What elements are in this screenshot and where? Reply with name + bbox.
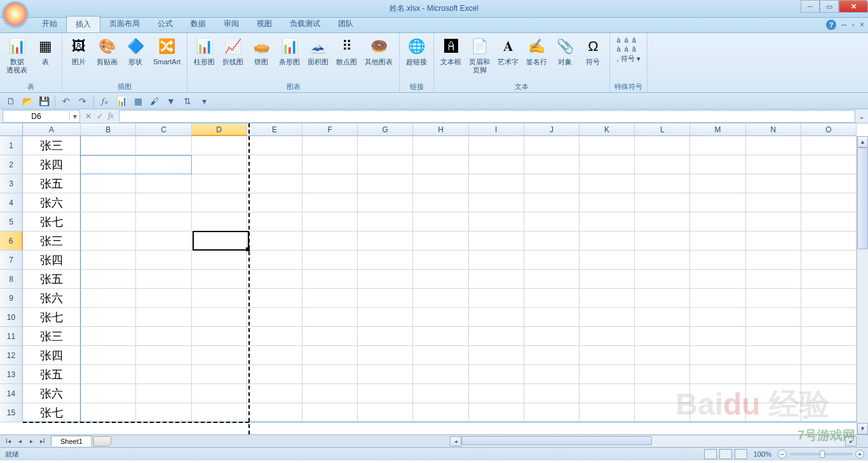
row-header-14[interactable]: 14 — [0, 384, 23, 403]
cell-L14[interactable] — [635, 384, 690, 403]
column-header-A[interactable]: A — [23, 123, 81, 136]
cell-J5[interactable] — [524, 212, 580, 232]
cell-J4[interactable] — [524, 193, 580, 212]
cell-K11[interactable] — [580, 327, 635, 346]
ribbon-折线图[interactable]: 📈折线图 — [220, 35, 246, 83]
cell-C10[interactable] — [136, 308, 191, 327]
cell-N12[interactable] — [746, 346, 801, 365]
row-header-3[interactable]: 3 — [0, 174, 23, 193]
cell-K13[interactable] — [580, 365, 635, 384]
ribbon-散点图[interactable]: ⠿散点图 — [334, 35, 360, 83]
cell-N1[interactable] — [746, 136, 801, 155]
column-header-O[interactable]: O — [801, 123, 857, 136]
cell-M10[interactable] — [690, 308, 745, 327]
row-header-9[interactable]: 9 — [0, 289, 23, 308]
cell-A1[interactable]: 张三 — [23, 136, 81, 155]
cell-O8[interactable] — [801, 270, 857, 289]
cell-D8[interactable] — [192, 270, 247, 289]
select-all-button[interactable] — [0, 123, 23, 136]
cell-F5[interactable] — [302, 212, 358, 232]
cell-H15[interactable] — [413, 403, 468, 422]
cell-M8[interactable] — [690, 270, 745, 289]
cell-C2[interactable] — [136, 155, 191, 174]
cell-H11[interactable] — [413, 327, 468, 346]
cell-G4[interactable] — [358, 193, 413, 212]
cell-B7[interactable] — [81, 251, 136, 270]
cell-D15[interactable] — [192, 403, 247, 422]
normal-view-icon[interactable] — [704, 449, 717, 459]
cell-L10[interactable] — [635, 308, 690, 327]
cell-G12[interactable] — [358, 346, 413, 365]
office-button[interactable] — [3, 1, 28, 27]
cell-D12[interactable] — [192, 346, 247, 365]
cell-K9[interactable] — [580, 289, 635, 308]
cell-I14[interactable] — [469, 384, 524, 403]
scroll-left-icon[interactable]: ◂ — [450, 436, 461, 446]
cell-L13[interactable] — [635, 365, 690, 384]
cell-M13[interactable] — [690, 365, 745, 384]
cell-D5[interactable] — [192, 212, 247, 232]
cell-L11[interactable] — [635, 327, 690, 346]
column-header-F[interactable]: F — [302, 123, 358, 136]
cell-K5[interactable] — [580, 212, 635, 232]
tab-负载测试[interactable]: 负载测试 — [281, 16, 329, 32]
cell-E5[interactable] — [247, 212, 302, 232]
tab-页面布局[interactable]: 页面布局 — [100, 16, 149, 32]
tab-审阅[interactable]: 审阅 — [215, 16, 248, 32]
cell-G7[interactable] — [358, 251, 413, 270]
cell-L2[interactable] — [635, 155, 690, 174]
cell-F13[interactable] — [302, 365, 358, 384]
column-header-H[interactable]: H — [413, 123, 468, 136]
cell-G5[interactable] — [358, 212, 413, 232]
cell-A9[interactable]: 张六 — [23, 289, 81, 308]
zoom-out-button[interactable]: − — [778, 450, 787, 459]
cell-L7[interactable] — [635, 251, 690, 270]
cell-H4[interactable] — [413, 193, 468, 212]
cell-F3[interactable] — [302, 174, 358, 193]
maximize-button[interactable]: ▭ — [820, 0, 839, 13]
cell-B4[interactable] — [81, 193, 136, 212]
cell-A8[interactable]: 张五 — [23, 270, 81, 289]
cell-H7[interactable] — [413, 251, 468, 270]
cell-I10[interactable] — [469, 308, 524, 327]
cell-A3[interactable]: 张五 — [23, 174, 81, 193]
cell-L4[interactable] — [635, 193, 690, 212]
cell-B13[interactable] — [81, 365, 136, 384]
cell-C8[interactable] — [136, 270, 191, 289]
cell-A13[interactable]: 张五 — [23, 365, 81, 384]
cell-D3[interactable] — [192, 174, 247, 193]
scroll-thumb[interactable] — [461, 436, 652, 445]
cell-O2[interactable] — [801, 155, 857, 174]
scroll-up-icon[interactable]: ▲ — [857, 136, 868, 148]
cell-C13[interactable] — [136, 365, 191, 384]
cell-E4[interactable] — [247, 193, 302, 212]
tab-插入[interactable]: 插入 — [66, 16, 100, 32]
cell-B2[interactable] — [81, 155, 136, 174]
cell-D10[interactable] — [192, 308, 247, 327]
minimize-ribbon-icon[interactable]: ─ — [841, 20, 847, 29]
close-button[interactable]: ✕ — [839, 0, 868, 13]
cell-E3[interactable] — [247, 174, 302, 193]
cell-O3[interactable] — [801, 174, 857, 193]
cell-F6[interactable] — [302, 232, 358, 251]
symbol-row[interactable]: àáâ — [616, 45, 640, 53]
cell-E15[interactable] — [247, 403, 302, 422]
cell-H14[interactable] — [413, 384, 468, 403]
ribbon-面积图[interactable]: 🗻面积图 — [305, 35, 331, 83]
cell-O11[interactable] — [801, 327, 857, 346]
cell-B5[interactable] — [81, 212, 136, 232]
cell-F1[interactable] — [302, 136, 358, 155]
cancel-formula-icon[interactable]: ✕ — [85, 112, 92, 121]
row-header-1[interactable]: 1 — [0, 136, 23, 155]
cell-F12[interactable] — [302, 346, 358, 365]
vertical-scrollbar[interactable]: ▲ ▼ — [857, 136, 868, 434]
cell-G1[interactable] — [358, 136, 413, 155]
cell-O10[interactable] — [801, 308, 857, 327]
cell-K1[interactable] — [580, 136, 635, 155]
cell-C14[interactable] — [136, 384, 191, 403]
cell-L9[interactable] — [635, 289, 690, 308]
cell-O5[interactable] — [801, 212, 857, 232]
cell-B14[interactable] — [81, 384, 136, 403]
cell-D4[interactable] — [192, 193, 247, 212]
cell-J15[interactable] — [524, 403, 580, 422]
